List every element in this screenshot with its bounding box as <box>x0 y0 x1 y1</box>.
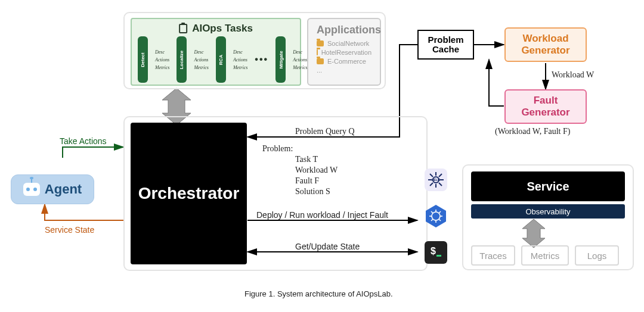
edge-problem-query: Problem Query Q <box>295 127 355 136</box>
edge-take-actions: Take Actions <box>60 136 107 146</box>
aiops-heading: AIOps Tasks <box>179 23 253 35</box>
task-localize: Localize <box>177 36 187 83</box>
terminal-icon: $ <box>425 241 447 264</box>
figure-caption: Figure 1. System architecture of AIOpsLa… <box>244 289 393 298</box>
folder-icon <box>317 58 324 64</box>
edge-get-state: Get/Update State <box>295 242 360 251</box>
svg-text:HELM: HELM <box>432 178 440 182</box>
problem-fault: Fault F <box>295 176 319 186</box>
svg-line-10 <box>430 183 433 186</box>
traces-box: Traces <box>471 245 515 266</box>
tasks-apps-group: AIOps Tasks Detect DescActionsMetrics Lo… <box>123 12 386 89</box>
task-desc: DescActionsMetrics <box>194 49 208 70</box>
agent-box: Agent <box>11 174 94 204</box>
problem-task: Task T <box>295 155 318 164</box>
metrics-box: Metrics <box>521 245 569 266</box>
app-hotelreservation: HotelReservation <box>317 49 371 56</box>
task-desc: DescActionsMetrics <box>233 49 247 70</box>
problem-workload: Workload W <box>295 166 338 175</box>
orchestrator-box: Orchestrator <box>131 123 247 264</box>
task-mitigate: Mitigate <box>275 36 286 83</box>
svg-line-8 <box>439 183 442 186</box>
problem-block-head: Problem: <box>262 144 293 154</box>
task-rca: RCA <box>216 36 226 83</box>
app-more: ... <box>317 67 371 74</box>
helm-icon: HELM <box>425 169 447 191</box>
svg-marker-12 <box>426 205 446 227</box>
task-ellipsis: ••• <box>255 54 268 65</box>
aiops-title: AIOps Tasks <box>192 23 253 35</box>
service-box: Service <box>471 171 625 201</box>
folder-icon <box>317 49 318 55</box>
tasks-row: Detect DescActionsMetrics Localize DescA… <box>138 39 294 80</box>
edge-wf-pair: (Workload W, Fault F) <box>495 127 570 136</box>
orchestrator-label: Orchestrator <box>138 184 240 203</box>
kubernetes-icon <box>423 204 448 229</box>
fault-generator-box: Fault Generator <box>504 89 587 124</box>
svg-line-9 <box>439 174 442 177</box>
observability-bar: Observability <box>471 204 625 219</box>
task-detect: Detect <box>138 36 148 83</box>
app-socialnetwork: SocialNetwork <box>317 40 371 47</box>
clipboard-icon <box>179 24 187 33</box>
edge-deploy: Deploy / Run workload / Inject Fault <box>256 210 388 220</box>
svg-text:$: $ <box>431 246 436 256</box>
app-ecommerce: E-Commerce <box>317 58 371 65</box>
problem-cache-box: Problem Cache <box>417 30 474 60</box>
edge-service-state: Service State <box>45 225 94 235</box>
svg-rect-23 <box>436 255 441 257</box>
workload-generator-box: Workload Generator <box>504 27 587 62</box>
logs-box: Logs <box>575 245 619 266</box>
task-desc: DescActionsMetrics <box>293 49 307 70</box>
task-desc: DescActionsMetrics <box>155 49 169 70</box>
aiops-tasks-box: AIOps Tasks Detect DescActionsMetrics Lo… <box>131 18 301 86</box>
svg-line-7 <box>430 174 433 177</box>
robot-icon <box>23 183 40 196</box>
folder-icon <box>317 40 324 46</box>
applications-box: Applications SocialNetwork HotelReservat… <box>307 18 381 86</box>
agent-label: Agent <box>45 182 82 197</box>
edge-workload-w: Workload W <box>552 70 594 80</box>
applications-title: Applications <box>317 24 371 36</box>
problem-solution: Solution S <box>295 187 330 196</box>
service-label: Service <box>527 180 569 194</box>
